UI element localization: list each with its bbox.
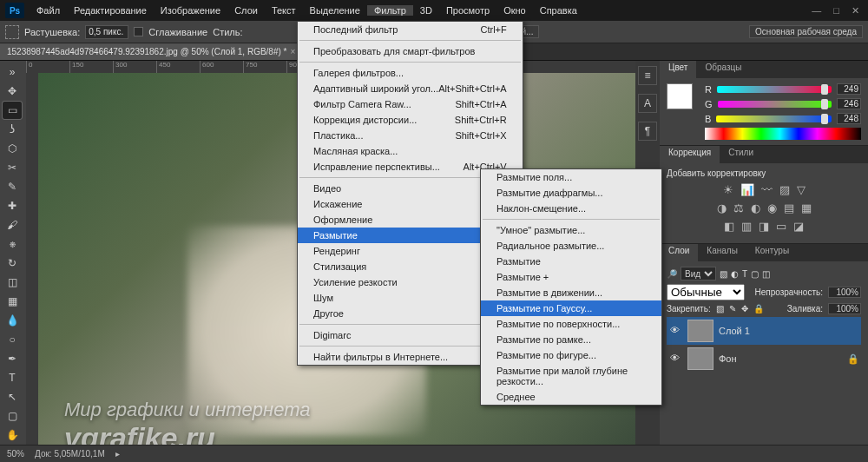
photofilter-icon[interactable]: ◉ [767, 201, 777, 214]
menu-filter[interactable]: Фильтр [367, 5, 413, 16]
menu-help[interactable]: Справка [533, 5, 584, 16]
layer-name[interactable]: Слой 1 [719, 326, 750, 336]
menu-window[interactable]: Окно [496, 5, 533, 16]
blur-lens[interactable]: Размытие при малой глубине резкости... [481, 363, 661, 389]
tab-close-icon[interactable]: × [291, 47, 296, 56]
character-panel-icon[interactable]: A [638, 94, 657, 113]
menu-file[interactable]: Файл [30, 5, 67, 16]
visibility-icon[interactable]: 👁 [670, 325, 682, 337]
collapse-icon[interactable]: » [3, 63, 22, 81]
blur-basic[interactable]: Размытие [481, 254, 661, 269]
menu-adaptive-wide[interactable]: Адаптивный широкий угол...Alt+Shift+Ctrl… [298, 81, 523, 96]
blur-tilt[interactable]: Наклон-смещение... [481, 201, 661, 216]
selective-icon[interactable]: ◪ [793, 220, 804, 233]
layer-thumbnail[interactable] [687, 320, 713, 342]
menu-smart-convert[interactable]: Преобразовать для смарт-фильтров [298, 43, 523, 59]
styles-tab[interactable]: Стили [720, 146, 762, 163]
menu-filter-gallery[interactable]: Галерея фильтров... [298, 65, 523, 81]
layer-filter-type[interactable]: Вид [681, 267, 716, 280]
filter-adjust-icon[interactable]: ◐ [731, 269, 739, 279]
menu-edit[interactable]: Редактирование [67, 5, 154, 16]
blur-shape[interactable]: Размытие по фигуре... [481, 347, 661, 363]
layer-name[interactable]: Фон [719, 353, 737, 364]
history-brush-tool[interactable]: ↻ [3, 254, 22, 272]
menu-view[interactable]: Просмотр [439, 5, 496, 16]
blur-surface[interactable]: Размытие по поверхности... [481, 316, 661, 332]
layer-row-1[interactable]: 👁 Слой 1 [667, 317, 861, 345]
gradient-tool[interactable]: ▦ [3, 293, 22, 310]
opacity-input[interactable] [828, 287, 861, 298]
stamp-tool[interactable]: ⎈ [3, 235, 22, 253]
blur-gaussian[interactable]: Размытие по Гауссу... [481, 300, 661, 316]
hue-icon[interactable]: ◑ [717, 201, 727, 214]
bw-icon[interactable]: ◐ [751, 201, 760, 214]
blur-smart[interactable]: "Умное" размытие... [481, 222, 661, 238]
blur-iris[interactable]: Размытие диафрагмы... [481, 185, 661, 201]
layer-thumbnail[interactable] [687, 347, 713, 370]
menu-camera-raw[interactable]: Фильтр Camera Raw...Shift+Ctrl+A [298, 96, 523, 112]
menu-select[interactable]: Выделение [303, 5, 367, 16]
visibility-icon[interactable]: 👁 [670, 353, 682, 365]
gradient-map-icon[interactable]: ▭ [776, 220, 786, 233]
shape-tool[interactable]: ▢ [3, 407, 22, 425]
blur-motion[interactable]: Размытие в движении... [481, 285, 661, 300]
lasso-tool[interactable]: ʖ [3, 121, 22, 138]
blur-box[interactable]: Размытие по рамке... [481, 332, 661, 347]
move-tool[interactable]: ✥ [3, 82, 22, 100]
workspace-dropdown[interactable]: Основная рабочая среда [749, 25, 863, 38]
filter-text-icon[interactable]: T [742, 269, 747, 279]
swatches-tab[interactable]: Образцы [696, 61, 750, 78]
hand-tool[interactable]: ✋ [3, 426, 22, 444]
filter-shape-icon[interactable]: ▢ [751, 269, 759, 279]
maximize-icon[interactable]: □ [833, 5, 839, 16]
b-slider[interactable] [716, 116, 832, 122]
brush-tool[interactable]: 🖌 [3, 216, 22, 234]
menu-layers[interactable]: Слои [227, 5, 265, 16]
g-slider[interactable] [718, 101, 832, 108]
r-slider[interactable] [717, 86, 832, 93]
layers-tab[interactable]: Слои [660, 244, 698, 261]
eyedropper-tool[interactable]: ✎ [3, 178, 22, 195]
filter-pixel-icon[interactable]: ▧ [720, 269, 727, 279]
b-value[interactable]: 248 [837, 113, 861, 124]
antialias-checkbox[interactable] [134, 27, 143, 36]
brightness-icon[interactable]: ☀ [723, 183, 733, 196]
layer-row-bg[interactable]: 👁 Фон 🔒 [667, 345, 861, 373]
mixer-icon[interactable]: ▤ [784, 201, 794, 214]
g-value[interactable]: 246 [837, 98, 861, 109]
threshold-icon[interactable]: ◨ [759, 220, 769, 233]
blur-average[interactable]: Среднее [481, 389, 661, 405]
type-tool[interactable]: T [3, 369, 22, 386]
dodge-tool[interactable]: ○ [3, 331, 22, 348]
levels-icon[interactable]: 📊 [740, 183, 754, 196]
quickselect-tool[interactable]: ⬡ [3, 140, 22, 157]
lock-move-icon[interactable]: ✥ [741, 304, 748, 314]
lock-pixel-icon[interactable]: ▧ [716, 304, 724, 314]
r-value[interactable]: 249 [837, 83, 861, 95]
blend-mode-select[interactable]: Обычные [667, 284, 745, 300]
paragraph-panel-icon[interactable]: ¶ [638, 122, 657, 141]
paths-tab[interactable]: Контуры [746, 244, 798, 261]
zoom-level[interactable]: 50% [7, 449, 24, 459]
fill-input[interactable] [828, 303, 861, 314]
posterize-icon[interactable]: ▥ [741, 220, 752, 233]
healing-tool[interactable]: ✚ [3, 197, 22, 214]
adjustments-tab[interactable]: Коррекция [660, 146, 720, 163]
status-arrow-icon[interactable]: ▸ [115, 449, 120, 459]
color-ramp[interactable] [705, 128, 861, 140]
marquee-tool[interactable]: ▭ [3, 102, 22, 119]
menu-lens-correct[interactable]: Коррекция дисторсии...Shift+Ctrl+R [298, 112, 523, 128]
pen-tool[interactable]: ✒ [3, 350, 22, 367]
lock-brush-icon[interactable]: ✎ [729, 304, 736, 314]
exposure-icon[interactable]: ▨ [779, 183, 790, 196]
eraser-tool[interactable]: ◫ [3, 274, 22, 291]
filter-smart-icon[interactable]: ◫ [762, 269, 770, 279]
menu-text[interactable]: Текст [265, 5, 303, 16]
close-icon[interactable]: ✕ [852, 5, 859, 16]
menu-last-filter[interactable]: Последний фильтрCtrl+F [298, 22, 523, 37]
history-panel-icon[interactable]: ≡ [638, 66, 657, 85]
color-tab[interactable]: Цвет [660, 61, 696, 78]
menu-liquify[interactable]: Пластика...Shift+Ctrl+X [298, 128, 523, 143]
blur-tool[interactable]: 💧 [3, 312, 22, 329]
balance-icon[interactable]: ⚖ [733, 201, 744, 214]
